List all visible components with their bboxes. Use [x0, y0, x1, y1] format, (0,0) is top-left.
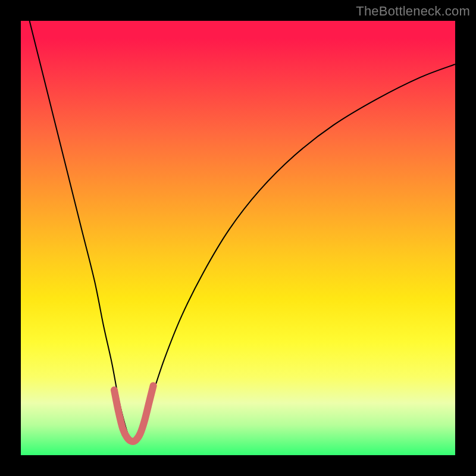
chart-frame: TheBottleneck.com — [0, 0, 476, 476]
bottleneck-highlight — [114, 386, 154, 441]
watermark-text: TheBottleneck.com — [356, 4, 470, 19]
curve-svg — [21, 21, 455, 455]
bottleneck-curve — [30, 21, 455, 441]
plot-area — [21, 21, 455, 455]
